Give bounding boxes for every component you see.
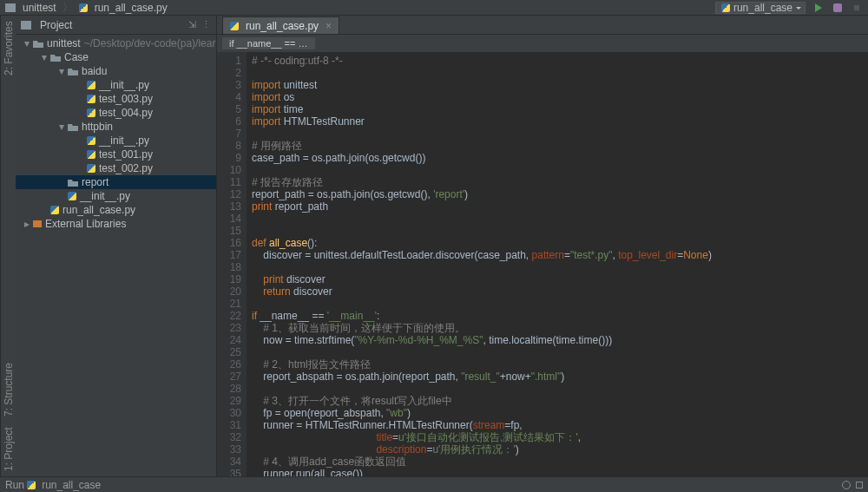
status-bar: Run run_all_case <box>0 476 868 492</box>
code-line[interactable]: if __name__ == '__main__': <box>252 310 868 322</box>
code-line[interactable]: print discover <box>252 273 868 285</box>
line-number: 15 <box>217 225 241 237</box>
run-button[interactable] <box>812 2 825 14</box>
tree-node[interactable]: ▾baidu <box>16 64 216 78</box>
line-number: 5 <box>217 103 241 115</box>
editor-tab[interactable]: run_all_case.py × <box>222 16 339 34</box>
lock-icon[interactable] <box>856 482 863 489</box>
code-line[interactable] <box>252 225 868 237</box>
code-line[interactable]: runner = HTMLTestRunner.HTMLTestRunner(s… <box>252 419 868 431</box>
stop-button[interactable] <box>851 2 863 14</box>
code-line[interactable]: # 2、html报告文件路径 <box>252 358 868 371</box>
collapse-icon[interactable]: ⇲ <box>188 19 196 30</box>
python-file-icon <box>230 22 239 30</box>
line-number: 2 <box>217 67 241 79</box>
folder-open-icon <box>68 122 78 131</box>
code-line[interactable] <box>252 67 868 79</box>
code-line[interactable]: import unittest <box>252 79 868 91</box>
code-line[interactable] <box>252 128 868 140</box>
code-line[interactable]: description=u'用例执行情况：') <box>252 443 868 456</box>
code-line[interactable]: print report_path <box>252 200 868 213</box>
line-number: 33 <box>217 443 241 456</box>
close-icon[interactable]: × <box>326 20 332 32</box>
code-line[interactable] <box>252 213 868 225</box>
line-number: 30 <box>217 407 241 419</box>
code-scope-chip[interactable]: if __name__ == … <box>222 37 315 49</box>
code-line[interactable]: report_abspath = os.path.join(report_pat… <box>252 371 868 383</box>
tree-twisty-icon[interactable]: ▾ <box>59 121 68 133</box>
file-py-icon <box>68 192 76 200</box>
code-line[interactable]: import os <box>252 91 868 103</box>
tree-twisty-icon[interactable]: ▾ <box>59 65 68 77</box>
code-line[interactable] <box>252 346 868 358</box>
tool-project-tab[interactable]: 1: Project <box>3 427 14 471</box>
line-number: 25 <box>217 346 241 358</box>
tree-node[interactable]: test_001.py <box>16 148 216 161</box>
code-line[interactable]: # 4、调用add_case函数返回值 <box>252 456 868 468</box>
line-number: 3 <box>217 79 241 91</box>
tree-node[interactable]: ▾Case <box>16 50 216 64</box>
tree-node[interactable]: ▾unittest~/Desktop/dev-code(pa)/lear <box>16 36 216 50</box>
folder-open-icon <box>33 39 43 48</box>
gear-icon[interactable]: ⋮ <box>201 19 211 30</box>
code-line[interactable]: fp = open(report_abspath, "wb") <box>252 407 868 419</box>
project-panel-header[interactable]: Project ⇲ ⋮ <box>16 16 216 35</box>
project-tree[interactable]: ▾unittest~/Desktop/dev-code(pa)/lear▾Cas… <box>16 35 216 476</box>
code-line[interactable]: discover = unittest.defaultTestLoader.di… <box>252 249 868 261</box>
tab-label: run_all_case.py <box>246 20 319 32</box>
code-line[interactable] <box>252 298 868 310</box>
stop-icon <box>854 5 859 10</box>
code-line[interactable] <box>252 164 868 176</box>
gear-icon[interactable] <box>842 481 851 489</box>
tree-node[interactable]: ▾httpbin <box>16 120 216 134</box>
tree-node[interactable]: report <box>16 175 216 189</box>
bottom-run-target[interactable]: run_all_case <box>42 479 101 491</box>
code-line[interactable]: import time <box>252 103 868 115</box>
code-line[interactable]: # 用例路径 <box>252 140 868 152</box>
editor-crumb-bar: if __name__ == … <box>217 35 868 52</box>
tree-node-label: report <box>82 176 108 188</box>
ide-window: unittest 〉 run_all_case.py run_all_case … <box>0 0 868 492</box>
tree-node[interactable]: __init__.py <box>16 78 216 92</box>
breadcrumb[interactable]: unittest 〉 run_all_case.py <box>5 0 168 15</box>
code-line[interactable]: report_path = os.path.join(os.getcwd(), … <box>252 188 868 200</box>
python-file-icon <box>721 3 730 12</box>
code-lines[interactable]: # -*- coding:utf-8 -*-import unittestimp… <box>247 52 868 476</box>
code-line[interactable]: title=u'接口自动化测试报告,测试结果如下：', <box>252 431 868 443</box>
tree-node[interactable]: test_002.py <box>16 161 216 175</box>
code-line[interactable]: def all_case(): <box>252 237 868 249</box>
code-line[interactable]: return discover <box>252 285 868 298</box>
editor-tabs: run_all_case.py × <box>217 16 868 35</box>
left-tool-stripe: 1: Project 7: Structure 2: Favorites <box>0 16 16 476</box>
tree-node[interactable]: __init__.py <box>16 134 216 148</box>
code-line[interactable]: # 1、获取当前时间，这样便于下面的使用。 <box>252 322 868 334</box>
code-line[interactable]: case_path = os.path.join(os.getcwd()) <box>252 152 868 164</box>
tree-twisty-icon[interactable]: ▸ <box>24 218 33 230</box>
tree-twisty-icon[interactable]: ▾ <box>42 51 50 63</box>
code-line[interactable]: # -*- coding:utf-8 -*- <box>252 55 868 67</box>
run-config-dropdown[interactable]: run_all_case <box>715 2 806 14</box>
code-line[interactable] <box>252 383 868 395</box>
tree-node-label: test_001.py <box>99 148 153 161</box>
line-number: 4 <box>217 91 241 103</box>
code-line[interactable]: now = time.strftime("%Y-%m-%d-%H_%M_%S",… <box>252 334 868 346</box>
bottom-run-label[interactable]: Run <box>5 479 24 491</box>
code-line[interactable]: # 报告存放路径 <box>252 176 868 188</box>
code-editor[interactable]: 1234567891011121314151617181920212223242… <box>217 52 868 476</box>
code-line[interactable] <box>252 261 868 273</box>
tree-node[interactable]: __init__.py <box>16 189 216 203</box>
tool-favorites-tab[interactable]: 2: Favorites <box>3 21 14 75</box>
line-number: 31 <box>217 419 241 431</box>
code-line[interactable]: runner.run(all_case()) <box>252 468 868 476</box>
debug-button[interactable] <box>832 2 844 14</box>
tree-node[interactable]: test_004.py <box>16 106 216 120</box>
tree-twisty-icon[interactable]: ▾ <box>24 37 33 49</box>
tree-node[interactable]: ▸External Libraries <box>16 217 216 231</box>
line-number: 6 <box>217 115 241 128</box>
tree-node[interactable]: run_all_case.py <box>16 203 216 217</box>
tree-node[interactable]: test_003.py <box>16 92 216 106</box>
lib-icon <box>33 220 42 227</box>
code-line[interactable]: # 3、打开一个文件，将result写入此file中 <box>252 395 868 407</box>
code-line[interactable]: import HTMLTestRunner <box>252 115 868 128</box>
tool-structure-tab[interactable]: 7: Structure <box>3 363 14 417</box>
